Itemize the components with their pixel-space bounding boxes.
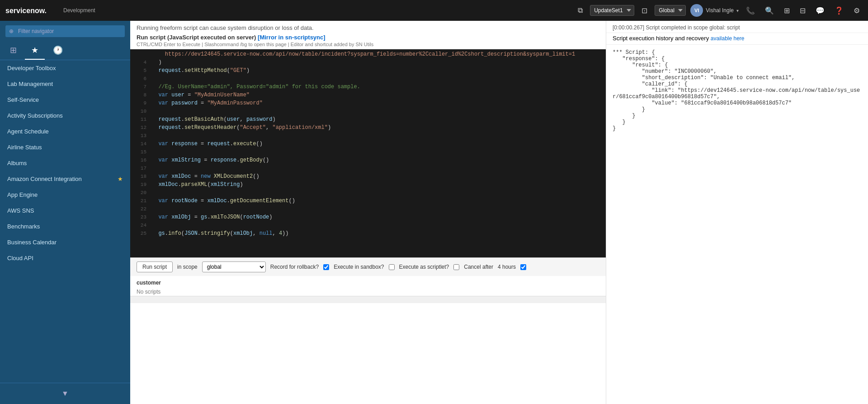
- sandbox-checkbox[interactable]: [389, 264, 395, 270]
- code-line-7: 7 //Eg. UserName="admin", Password="admi…: [130, 84, 606, 92]
- update-set-select[interactable]: UpdateSet1: [590, 5, 634, 16]
- mirror-link[interactable]: [Mirror in sn-scriptsync]: [258, 34, 326, 41]
- scope-dropdown[interactable]: global sn_hr_core sn_customerservice: [202, 261, 266, 272]
- clipboard-icon-btn[interactable]: ⧉: [575, 5, 585, 16]
- code-line-19: 19 xmlDoc.parseXML(xmlString): [130, 181, 606, 190]
- sidebar-item-label: Benchmarks: [7, 223, 40, 230]
- sidebar-item-lab-management[interactable]: Lab Management: [0, 76, 130, 92]
- user-chevron: ▾: [736, 8, 739, 13]
- no-scripts-text: No scripts: [130, 288, 606, 296]
- help-icon-btn[interactable]: ❓: [832, 5, 846, 17]
- sidebar-item-agent-schedule[interactable]: Agent Schedule: [0, 124, 130, 139]
- filter-navigator-input[interactable]: [5, 25, 125, 37]
- sidebar-item-aws-sns[interactable]: AWS SNS: [0, 203, 130, 219]
- top-nav: servicenow. Development ⧉ UpdateSet1 ⊡ G…: [0, 0, 868, 21]
- code-line-4: 4 ): [130, 59, 606, 67]
- run-label: Run script (JavaScript executed on serve…: [137, 34, 256, 41]
- h-scroll-area[interactable]: [130, 296, 606, 303]
- code-line-21: 21 var rootNode = xmlDoc.getDocumentElem…: [130, 198, 606, 206]
- code-line-20: 20: [130, 190, 606, 198]
- sidebar-item-amazon-connect[interactable]: Amazon Connect Integration ★: [0, 171, 130, 187]
- sidebar-item-cloud-api[interactable]: Cloud API: [0, 250, 130, 266]
- sidebar-tabs: ⊞ ★ 🕐: [0, 42, 130, 60]
- sidebar-item-app-engine[interactable]: App Engine: [0, 187, 130, 203]
- code-line-22: 22: [130, 206, 606, 214]
- code-line-13: 13: [130, 133, 606, 141]
- right-panel: [0:00:00.267] Script completed in scope …: [606, 21, 868, 404]
- settings-icon-btn[interactable]: ⚙: [851, 5, 863, 17]
- logo-area: servicenow. Development: [5, 5, 95, 15]
- search-icon: ⊕: [9, 28, 14, 34]
- user-menu[interactable]: VI Vishal Ingle ▾: [690, 4, 739, 17]
- phone-icon-btn[interactable]: 📞: [743, 5, 758, 17]
- code-line-11: 11 request.setBasicAuth(user, password): [130, 116, 606, 124]
- run-script-button[interactable]: Run script: [137, 261, 173, 272]
- script-header-line: Run script (JavaScript executed on serve…: [137, 34, 599, 41]
- tab-history[interactable]: 🕐: [47, 42, 69, 60]
- code-line-24: 24: [130, 222, 606, 230]
- sidebar-item-business-calendar[interactable]: Business Calendar: [0, 234, 130, 250]
- sidebar-item-label: Cloud API: [7, 255, 33, 261]
- cancel-label: Cancel after: [464, 264, 493, 270]
- scope-label: in scope: [177, 264, 198, 270]
- apps-icon-btn[interactable]: ⊞: [781, 5, 793, 17]
- sidebar-item-label: Lab Management: [7, 81, 53, 87]
- script-warning: Running freeform script can cause system…: [137, 24, 599, 31]
- code-line-6: 6: [130, 76, 606, 84]
- content-area: Running freeform script can cause system…: [130, 21, 606, 404]
- code-line-23: 23 var xmlObj = gs.xmlToJSON(rootNode): [130, 214, 606, 222]
- sidebar-item-self-service[interactable]: Self-Service: [0, 92, 130, 108]
- rollback-label: Record for rollback?: [270, 264, 319, 270]
- chat-icon-btn[interactable]: 💬: [813, 5, 827, 17]
- sidebar-toggle-btn[interactable]: ⊟: [797, 5, 808, 17]
- section-label: customer: [130, 276, 606, 288]
- sidebar-item-label: Amazon Connect Integration: [7, 176, 82, 182]
- tab-favorites[interactable]: ★: [25, 42, 45, 60]
- star-icon: ★: [118, 176, 123, 182]
- layout-icon-btn[interactable]: ⊡: [639, 5, 650, 17]
- search-icon-btn[interactable]: 🔍: [762, 5, 777, 17]
- code-line-16: 16 var xmlString = response.getBody(): [130, 157, 606, 165]
- run-controls: Run script in scope global sn_hr_core sn…: [130, 257, 606, 276]
- sidebar-item-label: Albums: [7, 160, 27, 166]
- script-hints: CTRL/CMD Enter to Execute | Slashcommand…: [137, 42, 599, 47]
- right-status: [0:00:00.267] Script completed in scope …: [606, 21, 868, 33]
- code-line-url: https://dev124645.service-now.com/api/no…: [130, 51, 606, 59]
- cancel-hours: 4 hours: [498, 264, 516, 270]
- env-badge: Development: [63, 7, 95, 14]
- sidebar-item-label: Agent Schedule: [7, 128, 49, 135]
- code-line-10: 10: [130, 108, 606, 116]
- code-line-25: 25 gs.info(JSON.stringify(xmlObj, null, …: [130, 230, 606, 238]
- sidebar-item-label: Business Calendar: [7, 239, 57, 246]
- sidebar-item-benchmarks[interactable]: Benchmarks: [0, 219, 130, 234]
- sidebar-item-activity-subscriptions[interactable]: Activity Subscriptions: [0, 108, 130, 124]
- tab-home[interactable]: ⊞: [4, 42, 23, 60]
- available-link[interactable]: available here: [711, 35, 745, 42]
- rollback-checkbox[interactable]: [323, 264, 329, 270]
- code-line-9: 9 var password = "MyAdminPassword": [130, 100, 606, 108]
- scope-select-nav[interactable]: Global: [655, 5, 686, 16]
- scriptlet-checkbox[interactable]: [453, 264, 459, 270]
- logo: servicenow.: [5, 5, 60, 15]
- sidebar-item-airline-status[interactable]: Airline Status: [0, 139, 130, 155]
- cancel-hours-checkbox[interactable]: [520, 264, 526, 270]
- user-name: Vishal Ingle: [706, 7, 734, 14]
- code-editor[interactable]: https://dev124645.service-now.com/api/no…: [130, 49, 606, 257]
- svg-text:servicenow.: servicenow.: [5, 7, 47, 14]
- sidebar-item-label: AWS SNS: [7, 207, 34, 214]
- sidebar-item-developer-toolbox[interactable]: Developer Toolbox: [0, 60, 130, 76]
- code-line-12: 12 request.setRequestHeader("Accept", "a…: [130, 124, 606, 133]
- code-line-18: 18 var xmlDoc = new XMLDocument2(): [130, 173, 606, 181]
- script-toolbar: Running freeform script can cause system…: [130, 21, 606, 49]
- scroll-down-btn[interactable]: ▼: [6, 388, 124, 399]
- code-line-8: 8 var user = "MyAdminUserName": [130, 92, 606, 100]
- script-output: *** Script: { "response": { "result": { …: [606, 45, 868, 404]
- sidebar-item-label: Activity Subscriptions: [7, 112, 63, 119]
- sidebar-item-albums[interactable]: Albums: [0, 155, 130, 171]
- sandbox-label: Execute in sandbox?: [334, 264, 384, 270]
- avatar: VI: [690, 4, 703, 17]
- code-line-14: 14 var response = request.execute(): [130, 141, 606, 149]
- sidebar-bottom: ▼: [0, 383, 130, 404]
- right-available-area: Script execution history and recovery av…: [606, 33, 868, 45]
- sidebar: ⊕ ⊞ ★ 🕐 Developer Toolbox Lab Management…: [0, 21, 130, 404]
